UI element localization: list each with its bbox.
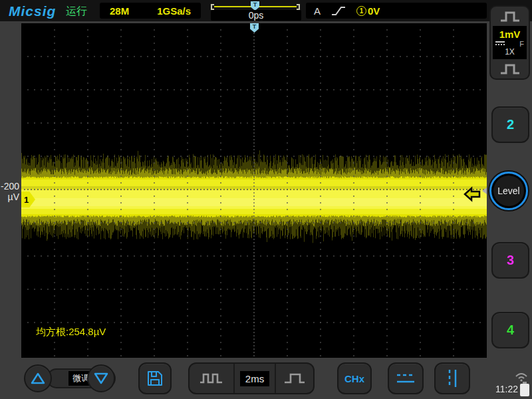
horizontal-cursor-button[interactable]	[388, 362, 424, 394]
probe-attenuation: 1X	[495, 48, 524, 57]
waveform-display[interactable]: T 1 均方根:254.8µV	[21, 23, 487, 358]
scale-down-button[interactable]	[491, 59, 529, 78]
level-pointer-icon	[482, 188, 487, 194]
coupling-icon	[495, 41, 505, 47]
timebase-control-group: 2ms	[188, 362, 315, 394]
pulse-up-icon	[499, 11, 521, 23]
scale-up-button[interactable]	[491, 7, 529, 26]
channel-switch-button[interactable]: CHx	[337, 362, 372, 394]
trigger-channel-level: 1 0V	[356, 5, 380, 17]
run-status[interactable]: 运行	[66, 5, 87, 19]
ch1-vertical-scale-control: 1mV F 1X	[489, 5, 530, 80]
rising-edge-icon	[330, 4, 347, 17]
rms-measurement: 均方根:254.8µV	[36, 326, 106, 338]
channel-2-button[interactable]: 2	[491, 106, 529, 143]
battery-icon	[520, 384, 529, 396]
save-button[interactable]	[138, 362, 172, 394]
channel-3-button[interactable]: 3	[491, 242, 529, 279]
sample-rate: 1GSa/s	[157, 5, 191, 17]
trigger-channel-badge: 1	[356, 6, 366, 16]
vertical-cursor-button[interactable]	[434, 362, 470, 394]
trigger-level-value: 0V	[368, 5, 380, 17]
trigger-level-arrow-icon[interactable]	[463, 186, 481, 202]
timebase-zoom-in-button[interactable]	[276, 364, 313, 393]
adjust-up-button[interactable]	[24, 364, 52, 392]
timebase-readout[interactable]: 2ms	[235, 364, 276, 393]
acquisition-info: 28M 1GSa/s	[100, 3, 201, 19]
ch1-scale-readout[interactable]: 1mV F 1X	[493, 26, 527, 59]
horizontal-position-readout[interactable]: 0ps	[211, 10, 301, 21]
ch1-waveform-trace[interactable]	[21, 23, 487, 358]
triangle-up-icon	[30, 371, 46, 386]
clock: 11:22	[495, 384, 518, 394]
adjust-down-button[interactable]	[87, 364, 115, 392]
trigger-level-knob[interactable]: Level	[489, 172, 528, 210]
trigger-source: A	[314, 5, 321, 17]
wide-pulse-icon	[283, 372, 307, 384]
channel-4-button[interactable]: 4	[491, 312, 529, 348]
top-status-bar: Micsig 运行 28M 1GSa/s T 0ps A 1 0V	[0, 0, 532, 21]
pulse-down-icon	[499, 63, 521, 75]
brand-logo: Micsig	[9, 3, 56, 19]
bandwidth-flag: F	[519, 40, 524, 48]
memory-depth: 28M	[110, 5, 129, 17]
timebase-zoom-out-button[interactable]	[190, 364, 235, 393]
horizontal-cursor-icon	[394, 370, 417, 387]
narrow-pulses-icon	[199, 372, 224, 384]
vertical-cursor-icon	[442, 367, 462, 390]
memory-window-right-bracket	[297, 4, 300, 10]
ch1-volts-per-div: 1mV	[495, 29, 524, 40]
triangle-down-icon	[93, 371, 109, 386]
ch1-position-readout: -200 µV	[0, 181, 19, 202]
timebase-value: 2ms	[240, 371, 269, 386]
trigger-position-pin[interactable]: T	[251, 1, 259, 11]
trigger-info[interactable]: A 1 0V	[306, 3, 487, 19]
save-icon	[146, 369, 164, 388]
wifi-icon	[512, 370, 531, 382]
